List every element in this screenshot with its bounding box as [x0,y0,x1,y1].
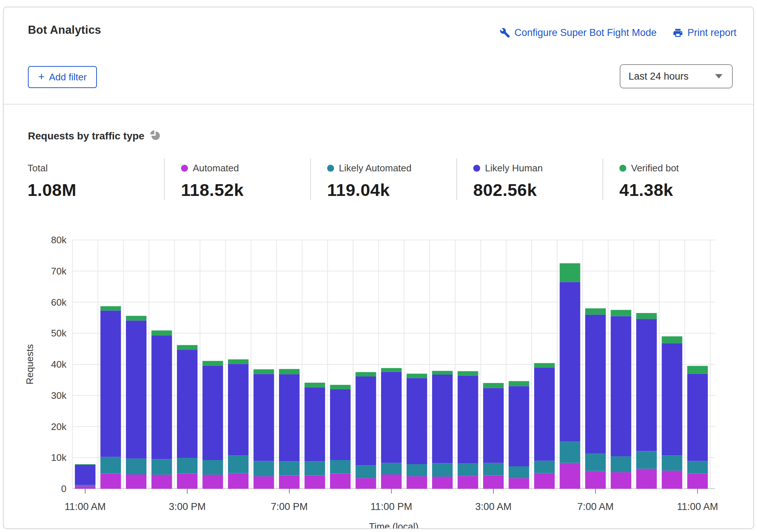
bar-segment[interactable] [254,476,274,489]
bar-segment[interactable] [152,335,172,459]
bar-segment[interactable] [509,466,529,478]
bar-segment[interactable] [126,321,146,459]
bar-segment[interactable] [407,374,427,378]
bar-segment[interactable] [305,475,325,489]
bar-segment[interactable] [509,386,529,466]
bar-segment[interactable] [126,474,146,489]
bar-segment[interactable] [458,376,478,464]
requests-by-traffic-type-chart[interactable]: 010k20k30k40k50k60k70k80k11:00 AM3:00 PM… [4,232,754,528]
bar-segment[interactable] [636,469,657,489]
bar-segment[interactable] [279,475,300,489]
bar-segment[interactable] [101,310,121,457]
bar-segment[interactable] [432,371,453,375]
bar-segment[interactable] [177,350,198,458]
bar-segment[interactable] [611,310,631,316]
bar-segment[interactable] [636,319,657,451]
bar-segment[interactable] [611,456,631,472]
bar-segment[interactable] [75,464,95,465]
bar-segment[interactable] [356,465,376,478]
bar-segment[interactable] [279,374,300,461]
bar-segment[interactable] [534,363,555,368]
bar-segment[interactable] [177,345,198,350]
bar-segment[interactable] [534,367,555,460]
bar-segment[interactable] [585,308,606,314]
bar-segment[interactable] [330,460,351,473]
bar-segment[interactable] [662,455,682,471]
bar-segment[interactable] [305,461,325,475]
bar-segment[interactable] [611,316,631,456]
bar-segment[interactable] [483,383,504,388]
bar-segment[interactable] [534,461,555,473]
bar-segment[interactable] [177,473,198,489]
bar-segment[interactable] [534,473,555,489]
bar-segment[interactable] [101,306,121,311]
bar-segment[interactable] [509,478,529,489]
time-range-select[interactable]: Last 24 hours [620,64,733,88]
bar-segment[interactable] [432,375,453,463]
bar-segment[interactable] [687,374,708,461]
bar-segment[interactable] [356,376,376,465]
bar-segment[interactable] [75,486,95,489]
bar-segment[interactable] [432,477,453,489]
print-report-link[interactable]: Print report [673,27,736,39]
bar-segment[interactable] [509,381,529,386]
bar-segment[interactable] [152,475,172,489]
bar-segment[interactable] [381,474,402,489]
bar-segment[interactable] [662,471,682,489]
bar-segment[interactable] [483,475,504,489]
bar-segment[interactable] [203,365,223,460]
bar-segment[interactable] [636,313,657,319]
bar-segment[interactable] [330,473,351,489]
bar-segment[interactable] [203,475,223,489]
bar-segment[interactable] [330,385,351,389]
bar-segment[interactable] [305,387,325,462]
bar-segment[interactable] [75,465,95,485]
bar-segment[interactable] [687,366,708,374]
bar-segment[interactable] [177,458,198,473]
bar-segment[interactable] [458,371,478,376]
bar-segment[interactable] [407,378,427,464]
bar-segment[interactable] [483,463,504,475]
bar-segment[interactable] [75,485,95,486]
bar-segment[interactable] [203,460,223,475]
bar-segment[interactable] [101,457,121,474]
bar-segment[interactable] [687,473,708,489]
bar-segment[interactable] [279,461,300,475]
bar-segment[interactable] [483,388,504,463]
bar-segment[interactable] [458,463,478,476]
bar-segment[interactable] [560,282,580,441]
bar-segment[interactable] [687,461,708,474]
bar-segment[interactable] [381,372,402,463]
add-filter-button[interactable]: + Add filter [28,66,97,88]
bar-segment[interactable] [152,459,172,474]
configure-super-bot-fight-mode-link[interactable]: Configure Super Bot Fight Mode [500,27,656,39]
bar-segment[interactable] [636,451,657,469]
bar-segment[interactable] [560,463,580,489]
bar-segment[interactable] [585,471,606,489]
bar-segment[interactable] [254,374,274,461]
bar-segment[interactable] [254,369,274,374]
bar-segment[interactable] [585,453,606,471]
bar-segment[interactable] [407,464,427,476]
bar-segment[interactable] [381,368,402,372]
bar-segment[interactable] [305,383,325,387]
bar-segment[interactable] [356,478,376,489]
bar-segment[interactable] [254,461,274,477]
bar-segment[interactable] [279,369,300,374]
bar-segment[interactable] [662,343,682,455]
bar-segment[interactable] [228,364,249,455]
bar-segment[interactable] [152,331,172,336]
bar-segment[interactable] [458,476,478,489]
bar-segment[interactable] [662,336,682,343]
bar-segment[interactable] [381,463,402,474]
bar-segment[interactable] [330,389,351,460]
bar-segment[interactable] [560,441,580,463]
bar-segment[interactable] [560,263,580,282]
bar-segment[interactable] [126,459,146,474]
bar-segment[interactable] [101,473,121,489]
bar-segment[interactable] [432,463,453,477]
bar-segment[interactable] [228,455,249,473]
bar-segment[interactable] [356,372,376,376]
bar-segment[interactable] [126,316,146,321]
bar-segment[interactable] [585,314,606,453]
